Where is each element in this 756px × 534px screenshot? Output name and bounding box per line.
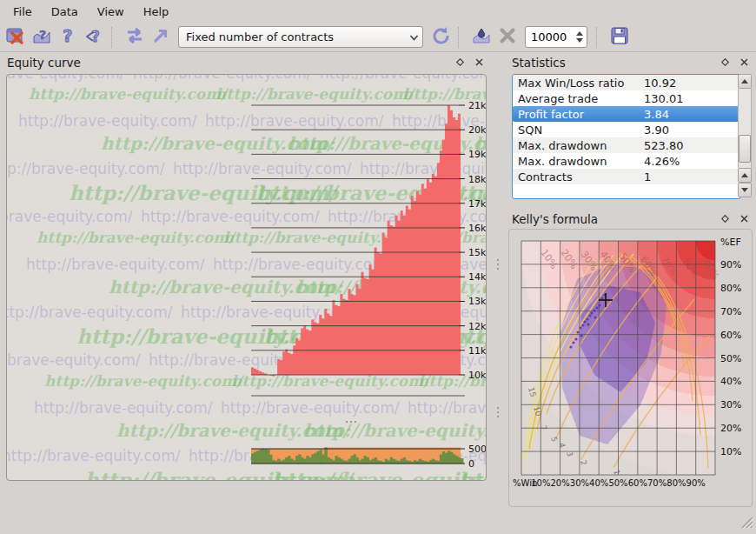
clear-button[interactable] <box>495 25 520 50</box>
close-panel-button[interactable] <box>737 212 751 226</box>
stat-row[interactable]: Profit factor3.84 <box>513 106 740 122</box>
menu-view[interactable]: View <box>88 2 134 22</box>
whats-this-icon: ? <box>83 25 104 49</box>
drawdown-bar <box>453 454 455 464</box>
iterations-spinbox[interactable] <box>525 26 587 48</box>
stat-value: 3.90 <box>644 123 735 137</box>
drawdown-bar <box>262 449 264 464</box>
float-panel-button[interactable] <box>718 212 732 226</box>
kelly-bottom-label: 20% <box>550 478 569 488</box>
kelly-right-label: 10% <box>720 446 741 457</box>
drawdown-bar <box>335 456 337 464</box>
drawdown-bar <box>269 455 272 464</box>
statistics-table: Max Win/Loss ratio10.92Average trade130.… <box>512 74 741 199</box>
drawdown-bar <box>356 457 359 464</box>
close-data-button[interactable] <box>3 25 28 50</box>
drawdown-bar <box>429 460 432 464</box>
drawdown-bar <box>419 459 421 464</box>
strategy-select[interactable]: Fixed number of contracts <box>178 26 423 48</box>
stat-row[interactable]: Contracts1 <box>513 169 740 184</box>
kelly-right-label: 20% <box>720 423 741 434</box>
strategy-select-value: Fixed number of contracts <box>186 30 409 43</box>
spin-arrows[interactable] <box>576 31 583 43</box>
menu-data[interactable]: Data <box>42 2 88 22</box>
drawdown-bar <box>395 460 398 464</box>
menu-file[interactable]: File <box>3 2 42 22</box>
drawdown-bar <box>458 457 461 464</box>
menu-help[interactable]: Help <box>134 2 179 22</box>
stat-label: Average trade <box>518 92 644 105</box>
stat-row[interactable]: Max Win/Loss ratio10.92 <box>513 75 740 90</box>
drawdown-bar <box>364 456 367 464</box>
svg-text:?: ? <box>63 25 73 46</box>
drawdown-bar <box>353 454 355 464</box>
drawdown-bar <box>369 460 372 464</box>
stat-row[interactable]: SQN3.90 <box>513 122 740 137</box>
stat-label: Max. drawdown <box>518 139 644 152</box>
whats-this-button[interactable]: ? <box>82 25 106 50</box>
chart-splitter-dot <box>346 421 348 423</box>
kelly-bottom-label: 40% <box>589 478 608 488</box>
svg-text:?: ? <box>91 28 100 45</box>
scroll-thumb[interactable] <box>739 135 751 163</box>
swap-arrows-button[interactable] <box>123 25 147 50</box>
scroll-up-button[interactable] <box>738 74 752 89</box>
drawdown-bar <box>432 459 434 464</box>
help-button[interactable]: ? <box>56 25 80 50</box>
stat-value: 1 <box>644 170 735 184</box>
stat-value: 4.26% <box>644 155 735 168</box>
chart-help-button[interactable]: ? <box>30 25 54 50</box>
refresh-button[interactable] <box>428 25 453 50</box>
y-tick-label: 12k0 <box>468 321 486 332</box>
equity-curve-panel: Equity curve http://brave-equity.com/htt… <box>2 52 489 511</box>
scroll-track[interactable] <box>738 89 752 168</box>
arrow-up-icon <box>741 173 748 177</box>
drawdown-bar <box>272 460 275 464</box>
statistics-scrollbar[interactable] <box>738 74 752 197</box>
statistics-panel-titlebar: Statistics <box>507 52 754 72</box>
save-button[interactable] <box>607 25 632 50</box>
iterations-input[interactable] <box>526 30 571 44</box>
stat-row[interactable]: Max. drawdown4.26% <box>513 153 740 169</box>
scroll-up-button-2[interactable] <box>738 168 752 183</box>
close-panel-button[interactable] <box>737 56 751 70</box>
drawdown-bar <box>375 457 377 464</box>
drawdown-bar <box>277 459 280 464</box>
equity-area <box>251 105 461 376</box>
drawdown-bar <box>377 460 380 464</box>
drawdown-bar <box>434 460 437 464</box>
float-panel-button[interactable] <box>453 56 467 70</box>
save-icon <box>610 26 629 48</box>
stat-row[interactable]: Average trade130.01 <box>513 90 740 106</box>
scroll-down-button[interactable] <box>738 183 752 197</box>
arrow-down-icon <box>741 188 748 192</box>
drawdown-bar <box>448 451 450 464</box>
drawdown-bar <box>324 447 327 464</box>
chart-marker-button[interactable] <box>469 25 494 50</box>
drawdown-bar <box>319 450 322 464</box>
toolbar-separator <box>111 27 118 48</box>
drawdown-bar <box>348 459 350 464</box>
arrow-up-right-button[interactable] <box>149 25 173 50</box>
y-tick-label: 13k0 <box>468 296 486 307</box>
stat-row[interactable]: Max. drawdown523.80 <box>513 137 740 153</box>
drawdown-bar <box>342 460 345 464</box>
resize-grip-icon[interactable] <box>739 515 753 531</box>
toolbar: ? ? ? Fixed number of contracts <box>0 23 756 52</box>
kelly-chart: %EF90%80%70%60%50%40%30%20%10%%Win10%20%… <box>512 231 749 499</box>
vertical-splitter[interactable] <box>489 52 507 511</box>
drawdown-bar <box>455 456 458 464</box>
kelly-formula-panel: Kelly's formula <box>507 209 754 509</box>
drawdown-bar <box>288 456 290 464</box>
y-tick-label: 18k0 <box>468 174 486 185</box>
drawdown-bar <box>264 449 267 464</box>
drawdown-bar <box>359 460 361 464</box>
spin-down-icon[interactable] <box>576 38 583 43</box>
drawdown-bar <box>414 460 416 464</box>
close-panel-button[interactable] <box>472 56 486 70</box>
drawdown-bar <box>251 453 254 464</box>
spin-up-icon[interactable] <box>576 31 583 36</box>
menubar: File Data View Help <box>0 0 756 23</box>
kelly-right-label: %EF <box>720 237 741 248</box>
float-panel-button[interactable] <box>718 56 732 70</box>
